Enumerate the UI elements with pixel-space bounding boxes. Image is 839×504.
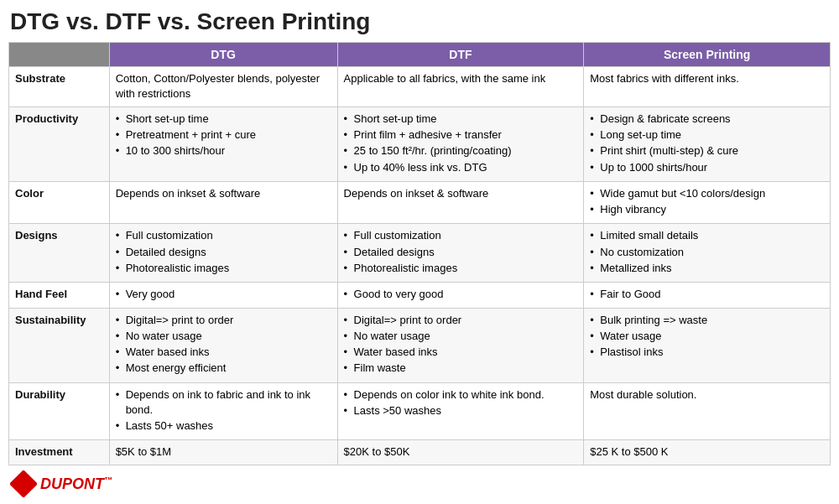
cell-dtf: Depends on color ink to white ink bond.L… — [337, 382, 584, 440]
list-item: Good to very good — [344, 287, 578, 302]
cell-dtf: Short set-up timePrint film + adhesive +… — [337, 107, 584, 182]
cell-dtg: Digital=> print to orderNo water usageWa… — [109, 308, 337, 382]
list-item: Photorealistic images — [116, 261, 331, 276]
cell-dtf: Depends on inkset & software — [337, 182, 584, 224]
list-item: Up to 40% less ink vs. DTG — [344, 160, 578, 175]
header-dtf: DTF — [337, 43, 584, 67]
cell-dtg: Short set-up timePretreatment + print + … — [109, 107, 337, 182]
list-item: Print shirt (multi-step) & cure — [590, 143, 824, 158]
cell-dtg: Cotton, Cotton/Polyester blends, polyest… — [109, 67, 337, 107]
cell-dtf: Good to very good — [337, 282, 584, 308]
list-item: Most energy efficient — [116, 361, 331, 376]
list-item: Full customization — [344, 228, 578, 243]
cell-dtf: Full customizationDetailed designsPhotor… — [337, 224, 584, 283]
list-item: Print film + adhesive + transfer — [344, 127, 578, 143]
list-item: Water based inks — [116, 345, 331, 360]
list-item: Fair to Good — [590, 287, 824, 302]
cell-sp: $25 K to $500 K — [584, 440, 831, 465]
list-item: Wide gamut but <10 colors/design — [590, 186, 824, 201]
cell-dtf: Digital=> print to orderNo water usageWa… — [337, 308, 584, 382]
list-item: Film waste — [344, 361, 578, 376]
dupont-diamond-icon — [10, 470, 37, 497]
list-item: Detailed designs — [344, 245, 578, 260]
list-item: Digital=> print to order — [116, 313, 331, 328]
list-item: Pretreatment + print + cure — [116, 127, 331, 143]
cell-dtf: Applicable to all fabrics, with the same… — [337, 67, 584, 107]
dupont-text: DUPONT™ — [40, 475, 112, 493]
comparison-table: DTG DTF Screen Printing SubstrateCotton,… — [8, 42, 831, 465]
list-item: Full customization — [116, 228, 331, 243]
list-item: Up to 1000 shirts/hour — [590, 160, 824, 175]
list-item: Lasts >50 washes — [344, 403, 578, 418]
list-item: Photorealistic images — [344, 261, 578, 276]
list-item: No customization — [590, 245, 824, 260]
list-item: Limited small details — [590, 228, 824, 243]
list-item: Depends on color ink to white ink bond. — [344, 387, 578, 403]
header-category — [9, 43, 110, 67]
list-item: Bulk printing => waste — [590, 313, 824, 328]
list-item: Short set-up time — [116, 112, 331, 127]
list-item: Depends on ink to fabric and ink to ink … — [116, 387, 331, 418]
list-item: 25 to 150 ft²/hr. (printing/coating) — [344, 143, 578, 158]
list-item: Plastisol inks — [590, 345, 824, 360]
row-category: Substrate — [9, 67, 110, 107]
cell-dtg: Depends on ink to fabric and ink to ink … — [109, 382, 337, 440]
cell-sp: Wide gamut but <10 colors/designHigh vib… — [584, 182, 831, 224]
cell-dtg: Full customizationDetailed designsPhotor… — [109, 224, 337, 283]
list-item: Water based inks — [344, 345, 578, 360]
row-category: Productivity — [9, 107, 110, 182]
cell-sp: Limited small detailsNo customizationMet… — [584, 224, 831, 283]
cell-dtg: Very good — [109, 282, 337, 308]
list-item: 10 to 300 shirts/hour — [116, 143, 331, 158]
list-item: Digital=> print to order — [344, 313, 578, 328]
row-category: Sustainability — [9, 308, 110, 382]
row-category: Durability — [9, 382, 110, 440]
cell-sp: Bulk printing => wasteWater usagePlastis… — [584, 308, 831, 382]
row-category: Color — [9, 182, 110, 224]
list-item: Design & fabricate screens — [590, 112, 824, 127]
list-item: Detailed designs — [116, 245, 331, 260]
list-item: High vibrancy — [590, 202, 824, 217]
list-item: No water usage — [116, 329, 331, 344]
cell-sp: Most durable solution. — [584, 382, 831, 440]
list-item: Short set-up time — [344, 112, 578, 127]
list-item: Very good — [116, 287, 331, 302]
list-item: Long set-up time — [590, 127, 824, 143]
svg-rect-0 — [10, 470, 37, 497]
cell-sp: Fair to Good — [584, 282, 831, 308]
page: DTG vs. DTF vs. Screen Printing DTG DTF … — [0, 0, 839, 504]
cell-sp: Design & fabricate screensLong set-up ti… — [584, 107, 831, 182]
list-item: Lasts 50+ washes — [116, 418, 331, 434]
cell-dtf: $20K to $50K — [337, 440, 584, 465]
header-dtg: DTG — [109, 43, 337, 67]
cell-dtg: $5K to $1M — [109, 440, 337, 465]
dupont-logo: DUPONT™ — [10, 470, 112, 497]
cell-dtg: Depends on inkset & software — [109, 182, 337, 224]
list-item: No water usage — [344, 329, 578, 344]
row-category: Hand Feel — [9, 282, 110, 308]
cell-sp: Most fabrics with different inks. — [584, 67, 831, 107]
list-item: Metallized inks — [590, 261, 824, 276]
page-title: DTG vs. DTF vs. Screen Printing — [8, 8, 831, 35]
row-category: Designs — [9, 224, 110, 283]
footer: DUPONT™ — [8, 470, 831, 497]
list-item: Water usage — [590, 329, 824, 344]
row-category: Investment — [9, 440, 110, 465]
header-sp: Screen Printing — [584, 43, 831, 67]
